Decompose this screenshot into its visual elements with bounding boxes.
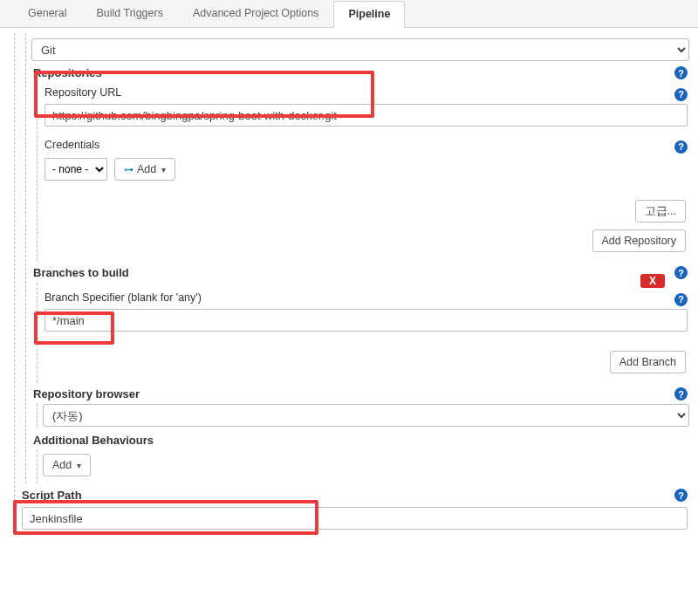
key-icon: ⊶: [124, 164, 133, 175]
repo-url-label: Repository URL: [44, 86, 121, 99]
chevron-down-icon: ▾: [77, 461, 81, 470]
repo-browser-select[interactable]: (자동): [43, 404, 689, 427]
help-icon[interactable]: ?: [674, 140, 688, 154]
tab-pipeline[interactable]: Pipeline: [333, 1, 405, 28]
credentials-select[interactable]: - none -: [44, 158, 107, 181]
help-icon[interactable]: ?: [674, 293, 688, 306]
credentials-label: Credentials: [44, 139, 99, 151]
tab-general[interactable]: General: [13, 0, 81, 27]
chevron-down-icon: ▾: [161, 165, 166, 175]
help-icon[interactable]: ?: [674, 489, 688, 502]
advanced-button[interactable]: 고급...: [635, 200, 686, 222]
repo-browser-title: Repository browser: [33, 387, 140, 400]
help-icon[interactable]: ?: [674, 66, 688, 79]
add-behaviour-label: Add: [52, 459, 72, 471]
add-repository-button[interactable]: Add Repository: [592, 229, 686, 252]
delete-branch-button[interactable]: X: [640, 274, 665, 288]
help-icon[interactable]: ?: [674, 387, 688, 400]
script-path-title: Script Path: [22, 489, 82, 502]
help-icon[interactable]: ?: [674, 88, 688, 101]
tabs-bar: General Build Triggers Advanced Project …: [0, 0, 698, 28]
repositories-title: Repositories: [33, 66, 102, 79]
add-branch-button[interactable]: Add Branch: [610, 351, 686, 373]
repo-url-input[interactable]: [44, 104, 688, 127]
add-behaviour-button[interactable]: Add ▾: [43, 454, 91, 476]
tab-build-triggers[interactable]: Build Triggers: [81, 0, 177, 27]
branch-specifier-label: Branch Specifier (blank for 'any'): [44, 291, 202, 304]
scm-select[interactable]: Git: [31, 38, 689, 61]
additional-title: Additional Behaviours: [33, 434, 154, 447]
tab-advanced-options[interactable]: Advanced Project Options: [178, 0, 334, 27]
add-credentials-button[interactable]: ⊶ Add ▾: [114, 158, 175, 181]
script-path-input[interactable]: [22, 507, 688, 530]
branch-specifier-input[interactable]: [44, 309, 688, 332]
branches-title: Branches to build: [33, 266, 129, 279]
add-credentials-label: Add: [137, 163, 156, 175]
help-icon[interactable]: ?: [674, 266, 688, 279]
